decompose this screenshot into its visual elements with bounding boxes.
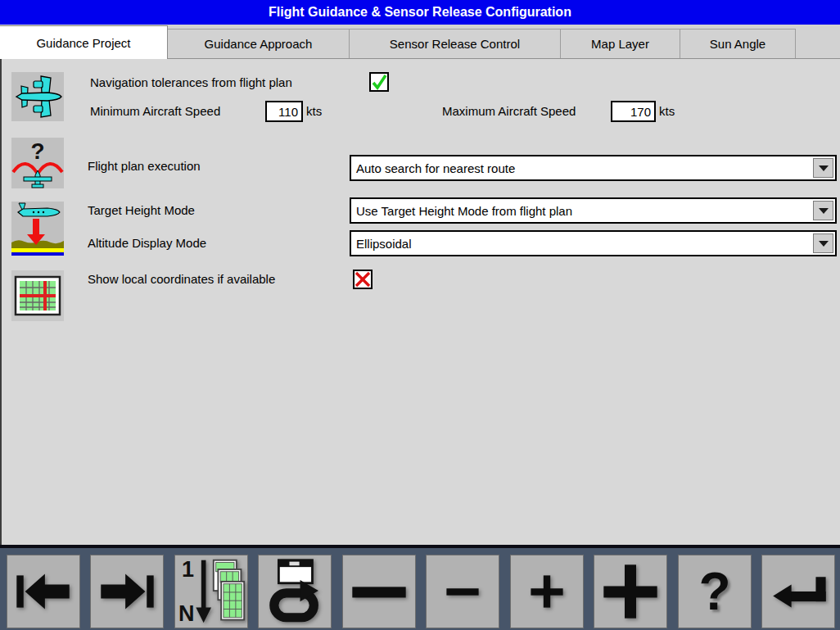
dropdown-arrow-button[interactable] [813, 233, 833, 253]
target-height-descent-icon [11, 202, 64, 256]
tab-guidance-project[interactable]: Guidance Project [0, 25, 168, 59]
page-select-button[interactable]: 1 N [174, 555, 248, 628]
guidance-project-panel: Navigation tolerances from flight plan M… [0, 59, 840, 545]
window-titlebar: Flight Guidance & Sensor Release Configu… [0, 0, 840, 25]
small-minus-icon [428, 557, 497, 626]
aircraft-top-view-icon [11, 72, 64, 121]
tab-bar-filler [796, 29, 840, 58]
checkmark-icon [371, 74, 387, 90]
tab-map-layer[interactable]: Map Layer [560, 29, 680, 58]
dropdown-arrow-button[interactable] [813, 158, 833, 178]
enter-return-icon [764, 557, 833, 626]
target-height-mode-label: Target Height Mode [88, 203, 195, 218]
large-decrease-button[interactable] [342, 555, 416, 628]
target-height-mode-value: Use Target Height Mode from flight plan [356, 204, 572, 218]
bottom-toolbar: 1 N [0, 545, 840, 630]
large-increase-button[interactable] [594, 555, 667, 628]
chevron-down-icon [819, 165, 829, 171]
cross-icon [355, 271, 371, 288]
local-coordinates-checkbox[interactable] [353, 270, 373, 289]
tab-sun-angle[interactable]: Sun Angle [680, 29, 796, 58]
cycle-window-button[interactable] [258, 555, 332, 628]
window-cycle-icon [260, 557, 329, 626]
small-plus-icon [513, 557, 581, 626]
arrow-right-to-bar-icon [93, 557, 161, 626]
min-speed-unit: kts [306, 104, 322, 119]
flight-plan-execution-value: Auto search for nearest route [356, 161, 515, 175]
small-increase-button[interactable] [510, 555, 584, 628]
local-coordinates-label: Show local coordinates if available [88, 272, 275, 287]
dropdown-arrow-button[interactable] [813, 201, 833, 220]
altitude-display-mode-value: Ellipsoidal [356, 237, 412, 251]
min-speed-input[interactable] [265, 101, 303, 122]
target-height-mode-dropdown[interactable]: Use Target Height Mode from flight plan [350, 197, 837, 224]
flight-plan-execution-dropdown[interactable]: Auto search for nearest route [350, 155, 837, 181]
large-minus-icon [345, 557, 413, 626]
altitude-display-mode-label: Altitude Display Mode [88, 236, 206, 251]
chevron-down-icon [819, 208, 829, 214]
tab-sensor-release-control[interactable]: Sensor Release Control [349, 29, 561, 58]
max-speed-unit: kts [659, 104, 675, 119]
svg-text:?: ? [30, 138, 44, 164]
chevron-down-icon [819, 241, 829, 247]
question-mark-icon: ? [698, 565, 730, 618]
enter-button[interactable] [761, 555, 835, 628]
help-button[interactable]: ? [678, 555, 752, 628]
altitude-display-mode-dropdown[interactable]: Ellipsoidal [350, 230, 837, 256]
nav-tolerances-label: Navigation tolerances from flight plan [90, 75, 292, 90]
go-first-button[interactable] [7, 555, 80, 628]
large-plus-icon [596, 557, 665, 626]
window-title: Flight Guidance & Sensor Release Configu… [269, 5, 571, 20]
tab-bar: Guidance Project Guidance Approach Senso… [0, 25, 840, 59]
tab-guidance-approach[interactable]: Guidance Approach [167, 29, 350, 58]
small-decrease-button[interactable] [426, 555, 499, 628]
flight-plan-execution-label: Flight plan execution [88, 159, 201, 174]
min-speed-label: Minimum Aircraft Speed [90, 104, 220, 119]
flight-plan-question-icon: ? [11, 138, 64, 188]
go-last-button[interactable] [90, 555, 164, 628]
max-speed-input[interactable] [611, 101, 656, 122]
max-speed-label: Maximum Aircraft Speed [442, 104, 576, 119]
page-stack-down-arrow-icon [177, 557, 246, 626]
flight-guidance-window: Flight Guidance & Sensor Release Configu… [0, 0, 840, 630]
local-grid-map-icon [11, 270, 64, 321]
nav-tolerances-checkbox[interactable] [369, 72, 389, 92]
arrow-left-to-bar-icon [9, 557, 78, 626]
